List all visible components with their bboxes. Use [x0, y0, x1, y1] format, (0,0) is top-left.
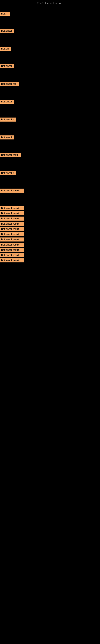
bottleneck-item: Bottleneck result	[0, 227, 24, 231]
bottleneck-item: Bottleneck	[0, 100, 14, 104]
bottleneck-item: Bottl	[0, 12, 10, 16]
bottleneck-item: Bottleneck	[0, 64, 14, 68]
bottleneck-item: Bottleneck result	[0, 243, 24, 247]
bottleneck-item: Bottleneck r	[0, 118, 16, 122]
site-title: TheBottlenecker.com	[0, 0, 100, 6]
bottleneck-item: Bottleneck res	[0, 82, 19, 86]
bottleneck-item: Bottleneck result	[0, 211, 24, 215]
bottleneck-item: Bottleneck result	[0, 188, 24, 192]
bottleneck-item: Bottleneck result	[0, 253, 24, 257]
bottleneck-item: Bottleneck result	[0, 258, 24, 262]
bottleneck-item: Bottleneck result	[0, 206, 24, 210]
bottleneck-item: Bottleneck result	[0, 238, 24, 242]
bottleneck-item: Bottlenecl	[0, 136, 14, 140]
bottleneck-item: Bottleneck r	[0, 171, 16, 175]
bottleneck-item: Bottleneck result	[0, 248, 24, 252]
bottleneck-item: Bottlen	[0, 47, 11, 51]
bottleneck-item: Bottleneck result	[0, 216, 24, 220]
bottleneck-item: Bottleneck result	[0, 222, 24, 226]
bottleneck-item: Bottleneck	[0, 29, 14, 33]
bottleneck-item: Bottleneck result	[0, 232, 24, 236]
bottleneck-item: Bottleneck resu	[0, 153, 21, 157]
